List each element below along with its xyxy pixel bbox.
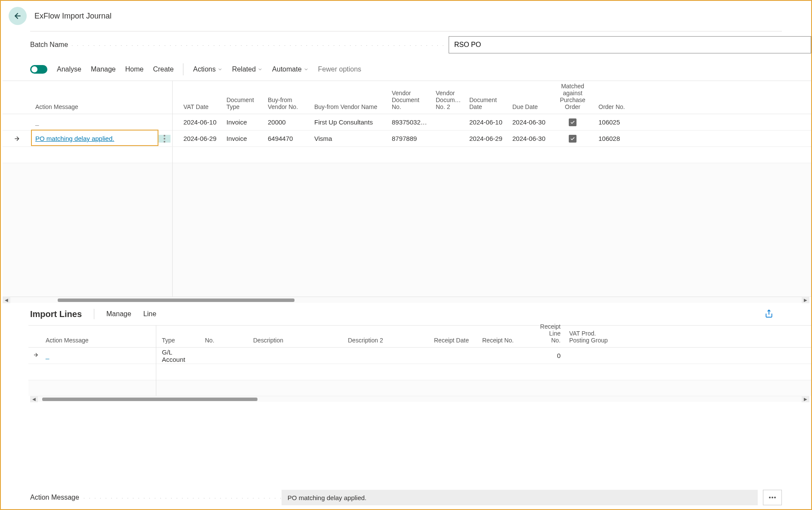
lines-header-no[interactable]: No.: [201, 333, 249, 347]
chevron-down-icon: [304, 67, 309, 72]
fewer-options[interactable]: Fewer options: [318, 65, 362, 73]
cell-doc-type: Invoice: [222, 135, 263, 142]
header-matched[interactable]: Matched against Purchase Order: [551, 79, 594, 114]
po-matching-link: PO matching delay applied.: [35, 135, 114, 142]
lines-cell-type: G/L Account: [158, 348, 201, 363]
cell-doc-type: Invoice: [222, 118, 263, 126]
scroll-thumb[interactable]: [42, 398, 257, 401]
lines-grid-header: Action Message Type No. Description Desc…: [28, 325, 811, 348]
lines-header-receipt-no[interactable]: Receipt No.: [478, 333, 526, 347]
scroll-left-button[interactable]: ◀: [30, 396, 38, 402]
lines-manage-menu[interactable]: Manage: [106, 310, 131, 318]
section-separator: [94, 309, 94, 319]
toolbar: Analyse Manage Home Create Actions Relat…: [1, 58, 811, 81]
dots-fill: · · · · · · · · · · · · · · · · · · · · …: [71, 42, 444, 51]
scroll-thumb[interactable]: [58, 299, 294, 302]
header-row: ExFlow Import Journal: [1, 1, 811, 31]
header-vat-date[interactable]: VAT Date: [179, 100, 222, 114]
cell-action-message[interactable]: PO matching delay applied.: [31, 135, 158, 142]
import-lines-header: Import Lines Manage Line: [1, 303, 811, 325]
header-vendor-doc-no2[interactable]: Vendor Docum… No. 2: [431, 86, 465, 114]
lines-grid: Action Message Type No. Description Desc…: [28, 325, 811, 402]
lines-header-action-message[interactable]: Action Message: [41, 333, 143, 347]
lines-grid-hscroll[interactable]: ◀ ▶: [30, 396, 809, 402]
header-order-no[interactable]: Order No.: [594, 100, 637, 114]
lines-line-menu[interactable]: Line: [143, 310, 156, 318]
toolbar-separator: [183, 63, 183, 75]
app-frame: ExFlow Import Journal Batch Name · · · ·…: [0, 0, 812, 510]
share-button[interactable]: [765, 309, 773, 319]
header-action-message[interactable]: Action Message: [31, 100, 158, 114]
header-doc-type[interactable]: Document Type: [222, 93, 263, 114]
table-row[interactable]: PO matching delay applied. 2024-06-29 In…: [3, 131, 811, 147]
lines-header-type[interactable]: Type: [158, 333, 201, 347]
analyse-menu[interactable]: Analyse: [57, 65, 81, 73]
cell-vat-date: 2024-06-29: [179, 135, 222, 142]
header-vendor-doc-no[interactable]: Vendor Document No.: [387, 86, 431, 114]
cell-vendor-doc-no: 8937503285: [387, 118, 431, 126]
chevron-down-icon: [257, 67, 263, 72]
footer-more-button[interactable]: [763, 490, 782, 505]
cell-buy-from-name: Visma: [310, 135, 387, 142]
lines-table-row-empty[interactable]: [28, 364, 811, 380]
cell-matched[interactable]: [551, 118, 594, 126]
lines-header-vat-prod[interactable]: VAT Prod. Posting Group: [565, 327, 617, 347]
dots-fill: · · · · · · · · · · · · · · · · · · · · …: [84, 495, 282, 504]
grid-empty-space: [3, 163, 811, 297]
main-grid: Action Message VAT Date Document Type Bu…: [3, 81, 811, 297]
arrow-left-icon: [13, 12, 22, 20]
scroll-left-button[interactable]: ◀: [3, 297, 10, 303]
cell-vat-date: 2024-06-10: [179, 118, 222, 126]
home-menu[interactable]: Home: [125, 65, 144, 73]
header-buy-from-no[interactable]: Buy-from Vendor No.: [263, 93, 310, 114]
share-icon: [765, 309, 773, 318]
cell-buy-from-no: 6494470: [263, 135, 310, 142]
footer-row: Action Message · · · · · · · · · · · · ·…: [1, 488, 811, 507]
related-menu[interactable]: Related: [232, 65, 263, 73]
actions-menu[interactable]: Actions: [193, 65, 222, 73]
header-buy-from-name[interactable]: Buy-from Vendor Name: [310, 100, 387, 114]
header-due-date[interactable]: Due Date: [508, 100, 551, 114]
scroll-right-button[interactable]: ▶: [802, 396, 809, 402]
lines-table-row[interactable]: _ G/L Account 0: [28, 348, 811, 364]
import-lines-title: Import Lines: [30, 309, 82, 319]
cell-doc-date: 2024-06-10: [465, 118, 508, 126]
footer-label: Action Message: [30, 494, 79, 501]
cell-doc-date: 2024-06-29: [465, 135, 508, 142]
scroll-right-button[interactable]: ▶: [802, 297, 809, 303]
cell-action-message[interactable]: _: [31, 118, 158, 126]
lines-header-description2[interactable]: Description 2: [344, 333, 430, 347]
cell-due-date: 2024-06-30: [508, 118, 551, 126]
cell-matched[interactable]: [551, 135, 594, 143]
lines-cell-action-message[interactable]: _: [41, 352, 143, 359]
cell-buy-from-no: 20000: [263, 118, 310, 126]
arrow-right-icon: [33, 352, 39, 358]
analyse-toggle[interactable]: [30, 65, 47, 74]
automate-menu[interactable]: Automate: [272, 65, 308, 73]
more-vertical-icon: [164, 135, 165, 143]
row-actions-button[interactable]: [158, 135, 170, 143]
svg-point-5: [772, 497, 773, 498]
back-button[interactable]: [9, 7, 27, 25]
table-row-empty[interactable]: [3, 147, 811, 163]
page-title: ExFlow Import Journal: [34, 12, 112, 21]
manage-menu[interactable]: Manage: [91, 65, 116, 73]
batch-name-input[interactable]: [449, 41, 811, 49]
main-grid-header: Action Message VAT Date Document Type Bu…: [3, 81, 811, 114]
header-doc-date[interactable]: Document Date: [465, 93, 508, 114]
lines-header-description[interactable]: Description: [249, 333, 344, 347]
cell-due-date: 2024-06-30: [508, 135, 551, 142]
batch-name-row: Batch Name · · · · · · · · · · · · · · ·…: [1, 31, 811, 58]
table-row[interactable]: _ 2024-06-10 Invoice 20000 First Up Cons…: [3, 114, 811, 131]
chevron-down-icon: [217, 67, 223, 72]
cell-vendor-doc-no: 8797889: [387, 135, 431, 142]
main-grid-hscroll[interactable]: ◀ ▶: [3, 297, 809, 303]
footer-action-message-value: PO matching delay applied.: [282, 490, 758, 505]
svg-point-6: [774, 497, 776, 498]
batch-name-label: Batch Name: [30, 41, 68, 49]
lines-header-receipt-line-no[interactable]: Receipt Line No.: [526, 320, 565, 347]
create-menu[interactable]: Create: [153, 65, 174, 73]
arrow-right-icon: [13, 135, 20, 142]
lines-header-receipt-date[interactable]: Receipt Date: [430, 333, 478, 347]
cell-order-no: 106025: [594, 118, 637, 126]
